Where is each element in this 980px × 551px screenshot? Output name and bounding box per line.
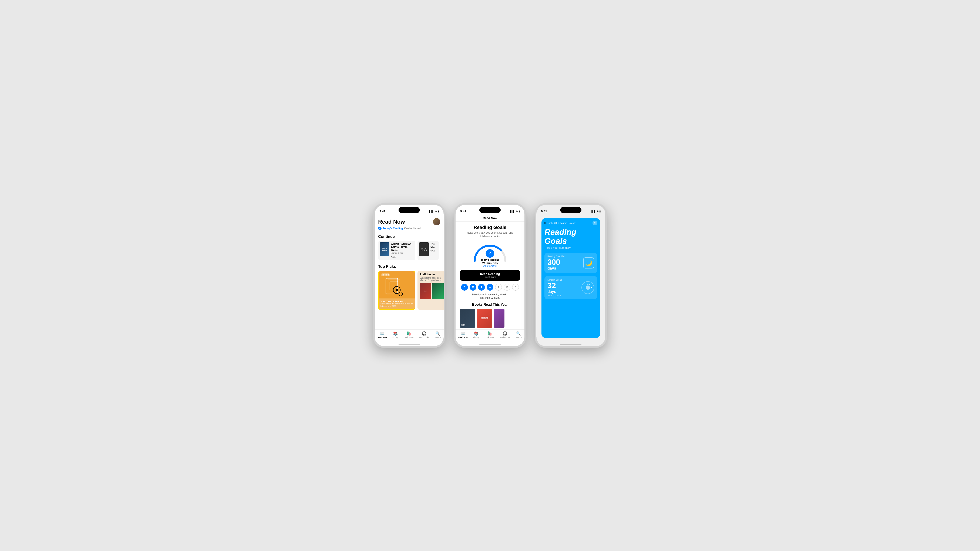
dynamic-island-2 xyxy=(479,207,501,213)
gauge-center: ✓ Today's Reading 21 minutes xyxy=(481,249,500,265)
books-this-year: Books Read This Year LOUISEPENNY LESSONS… xyxy=(460,303,520,328)
book-thumb-1[interactable]: LOUISEPENNY xyxy=(460,309,475,328)
library-icon-2: 📚 xyxy=(474,331,479,336)
tab-read-now-2[interactable]: 📖 Read Now xyxy=(458,331,468,338)
time-2: 9:41 xyxy=(460,210,466,213)
battery-icon-2: ▮ xyxy=(519,210,520,213)
stat-card-streak: Longest Streak 32 days Sept 3 – Oct 2 xyxy=(544,276,597,299)
pick-label-sub: Celebrate all the books you've read or l… xyxy=(380,303,413,308)
book-title-1: Atomic Habits: An Easy & Proven Way... xyxy=(391,242,414,251)
tab-read-now-1[interactable]: 📖 Read Now xyxy=(377,331,387,338)
pick-card-year-review[interactable]:  Books xyxy=(378,271,415,310)
stat-1-label: Reading Goal Met xyxy=(547,255,565,258)
day-th: T xyxy=(495,284,502,291)
audiobooks-title: Audiobooks xyxy=(420,273,444,276)
tab-label-search-1: Search xyxy=(435,336,441,338)
books-year-title: Books Read This Year xyxy=(460,303,520,306)
close-icon: × xyxy=(594,222,595,224)
home-indicator-3 xyxy=(536,342,605,346)
gauge-minutes: 21 minutes xyxy=(481,262,500,265)
battery-icon-3: ▮ xyxy=(599,210,601,213)
wifi-icon-3: ⊛ xyxy=(597,210,598,213)
continue-section-title: Continue xyxy=(375,232,444,241)
stat-1-value-row: 300 xyxy=(547,259,565,266)
goal-achieved-text: Goal achieved xyxy=(404,227,421,230)
book-thumb-3[interactable] xyxy=(494,309,504,328)
stat-1-unit: days xyxy=(547,266,565,271)
tab-label-library-2: Library xyxy=(473,336,479,338)
book-art-svg xyxy=(382,275,412,301)
day-s: S xyxy=(461,284,468,291)
svg-point-7 xyxy=(587,284,589,285)
tab-bookstore-1[interactable]: 🛍️ Book Store xyxy=(404,331,414,338)
pick-label-title: Your Year in Review xyxy=(380,300,413,303)
svg-point-9 xyxy=(589,284,590,285)
bookstore-icon-1: 🛍️ xyxy=(406,331,411,336)
home-indicator-1 xyxy=(375,342,444,346)
keep-reading-button[interactable]: Keep Reading Fourth Wing xyxy=(460,270,520,281)
book-card-1[interactable]: AtomicHabits Atomic Habits: An Easy & Pr… xyxy=(378,241,415,260)
days-row: S M T W T F S xyxy=(460,284,520,291)
tab-audiobooks-1[interactable]: 🎧 Audiobooks xyxy=(419,331,429,338)
p1-header: Read Now xyxy=(375,216,444,226)
tab-library-2[interactable]: 📚 Library xyxy=(473,331,479,338)
books-row: LOUISEPENNY LESSONS IN CHEMISTRY xyxy=(460,309,520,328)
book-progress-2: 67% xyxy=(430,249,437,252)
svg-point-3 xyxy=(396,289,398,291)
day-f: F xyxy=(504,284,511,291)
tab-label-audiobooks-2: Audiobooks xyxy=(500,336,510,338)
tab-bar-1: 📖 Read Now 📚 Library 🛍️ Book Store 🎧 Aud… xyxy=(375,329,444,342)
phone-2: 9:41 ▌▌▌ ⊛ ▮ Read Now Reading Goals Read… xyxy=(454,203,526,348)
svg-point-8 xyxy=(591,287,592,288)
book-card-2[interactable]: SILENT PATIENT The Si... 67% xyxy=(417,241,439,260)
tab-search-2[interactable]: 🔍 Search xyxy=(515,331,522,338)
read-now-icon-2: 📖 xyxy=(461,331,465,336)
audiobooks-icon-1: 🎧 xyxy=(422,331,426,336)
yr-card-subtitle: Here's your summary. xyxy=(541,246,600,253)
wifi-icon-2: ⊛ xyxy=(516,210,518,213)
avatar-1[interactable] xyxy=(433,218,440,225)
tab-label-read-now-1: Read Now xyxy=(377,336,387,338)
tab-audiobooks-2[interactable]: 🎧 Audiobooks xyxy=(500,331,510,338)
svg-rect-0 xyxy=(386,278,398,294)
stat-2-value: 32 xyxy=(547,282,556,289)
day-t: T xyxy=(478,284,485,291)
home-bar-2 xyxy=(479,344,501,345)
signal-icon-1: ▌▌▌ xyxy=(429,210,434,213)
keep-reading-label: Keep Reading xyxy=(463,272,517,276)
tab-library-1[interactable]: 📚 Library xyxy=(392,331,398,338)
tab-label-search-2: Search xyxy=(515,336,522,338)
book-progress-1: 56% xyxy=(391,256,396,259)
stat-1-value: 300 xyxy=(547,259,560,266)
yr-close-button[interactable]: × xyxy=(592,221,597,225)
top-picks-title: Top Picks xyxy=(375,262,444,271)
stat-2-dates: Sept 3 – Oct 2 xyxy=(547,294,562,297)
picks-row:  Books xyxy=(375,271,444,310)
book-thumb-2[interactable]: LESSONS IN CHEMISTRY xyxy=(477,309,492,328)
dynamic-island-1 xyxy=(399,207,420,213)
signal-icon-2: ▌▌▌ xyxy=(510,210,515,213)
search-icon-1: 🔍 xyxy=(435,331,440,336)
continue-books: AtomicHabits Atomic Habits: An Easy & Pr… xyxy=(375,241,444,260)
read-now-icon-1: 📖 xyxy=(380,331,385,336)
svg-point-4 xyxy=(399,292,403,296)
streak-days: 4-day xyxy=(485,293,491,296)
status-icons-3: ▌▌▌ ⊛ ▮ xyxy=(591,210,601,213)
audiobooks-sub: Suggestions based on what you've purchas… xyxy=(420,277,444,281)
year-review-card:  Books 2023 Year in Review × Reading Go… xyxy=(541,218,600,338)
reading-goals-title: Reading Goals xyxy=(460,225,520,230)
status-icons-2: ▌▌▌ ⊛ ▮ xyxy=(510,210,520,213)
book-more-icon-1[interactable]: ··· xyxy=(411,255,414,259)
p3-main:  Books 2023 Year in Review × Reading Go… xyxy=(536,216,605,342)
day-w: W xyxy=(487,284,493,291)
stat-2-unit: days xyxy=(547,289,562,294)
tab-search-1[interactable]: 🔍 Search xyxy=(435,331,441,338)
tab-bookstore-2[interactable]: 🛍️ Book Store xyxy=(485,331,494,338)
tab-label-read-now-2: Read Now xyxy=(458,336,468,338)
audiobooks-card[interactable]: Audiobooks Suggestions based on what you… xyxy=(417,271,444,310)
time-1: 9:41 xyxy=(379,210,385,213)
book-author-1: James Clear xyxy=(391,252,414,254)
bookstore-icon-2: 🛍️ xyxy=(487,331,492,336)
book-info-2: The Si... 67% xyxy=(430,242,437,259)
audio-book-2 xyxy=(432,283,444,299)
